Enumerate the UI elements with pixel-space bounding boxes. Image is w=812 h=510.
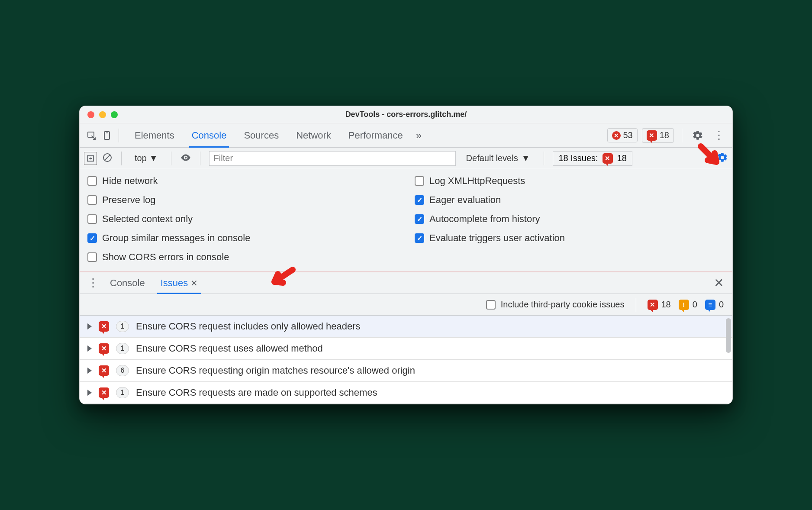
setting-show-cors[interactable]: Show CORS errors in console [87, 252, 397, 263]
divider [200, 152, 200, 165]
checkbox[interactable] [87, 252, 97, 262]
issue-icon: ✕ [99, 321, 109, 332]
issue-count-badge[interactable]: ✕ 18 [642, 128, 674, 143]
setting-hide-network[interactable]: Hide network [87, 175, 397, 187]
include-third-party-toggle[interactable]: Include third-party cookie issues [486, 300, 625, 310]
setting-preserve-log[interactable]: Preserve log [87, 194, 397, 206]
error-count: 53 [623, 130, 633, 140]
issue-count-pill: 1 [116, 343, 129, 354]
checkbox[interactable] [87, 176, 97, 186]
tab-label: Issues [161, 278, 188, 289]
warning-issues-count[interactable]: !0 [679, 300, 697, 310]
settings-gear-icon[interactable] [690, 128, 706, 143]
annotation-arrow-icon [697, 143, 722, 169]
tab-performance[interactable]: Performance [340, 123, 412, 148]
drawer-tabs: ⋮ Console Issues ✕ ✕ [80, 272, 732, 294]
log-levels-selector[interactable]: Default levels ▼ [461, 153, 535, 163]
count: 0 [693, 300, 697, 310]
info-issues-count[interactable]: ≡0 [705, 300, 724, 310]
issue-title: Ensure CORS requesting origin matches re… [136, 365, 415, 376]
tab-console[interactable]: Console [183, 123, 235, 148]
issue-icon: ✕ [647, 130, 657, 141]
divider [544, 152, 544, 165]
setting-group-similar[interactable]: ✓Group similar messages in console [87, 232, 397, 244]
disclosure-triangle-icon[interactable] [87, 345, 92, 352]
setting-label: Autocomplete from history [429, 213, 540, 225]
error-issues-count[interactable]: ✕18 [648, 300, 671, 310]
issue-row[interactable]: ✕ 6 Ensure CORS requesting origin matche… [80, 360, 732, 382]
issue-row[interactable]: ✕ 1 Ensure CORS requests are made on sup… [80, 382, 732, 404]
issues-summary[interactable]: 18 Issues: ✕ 18 [553, 151, 632, 166]
include-third-party-label: Include third-party cookie issues [501, 300, 625, 310]
error-icon: ✕ [612, 131, 621, 140]
annotation-arrow-icon [270, 266, 296, 290]
disclosure-triangle-icon[interactable] [87, 390, 92, 396]
issues-label: 18 Issues: [558, 153, 598, 163]
context-selector[interactable]: top ▼ [130, 152, 162, 165]
checkbox[interactable]: ✓ [415, 214, 424, 224]
issue-icon: ✕ [603, 153, 613, 164]
settings-right-column: Log XMLHttpRequests ✓Eager evaluation ✓A… [415, 175, 725, 263]
console-settings-panel: Hide network Preserve log Selected conte… [80, 169, 732, 272]
filter-input[interactable] [209, 151, 456, 166]
tab-network[interactable]: Network [287, 123, 340, 148]
setting-selected-context[interactable]: Selected context only [87, 213, 397, 225]
issues-count: 18 [617, 153, 627, 163]
count: 18 [661, 300, 671, 310]
count: 0 [719, 300, 724, 310]
checkbox[interactable]: ✓ [415, 233, 424, 243]
window-title: DevTools - cors-errors.glitch.me/ [80, 110, 732, 119]
issue-row[interactable]: ✕ 1 Ensure CORS request includes only al… [80, 316, 732, 338]
setting-label: Selected context only [102, 213, 193, 225]
setting-log-xhr[interactable]: Log XMLHttpRequests [415, 175, 725, 187]
warning-icon: ! [679, 300, 689, 310]
checkbox[interactable] [415, 176, 424, 186]
issue-count-pill: 1 [116, 321, 129, 332]
drawer-more-icon[interactable]: ⋮ [84, 276, 102, 290]
more-tabs-icon[interactable]: » [416, 129, 422, 142]
tab-sources[interactable]: Sources [235, 123, 287, 148]
setting-label: Preserve log [102, 194, 156, 206]
issue-title: Ensure CORS request includes only allowe… [136, 321, 361, 332]
close-drawer-icon[interactable]: ✕ [709, 276, 728, 290]
disclosure-triangle-icon[interactable] [87, 368, 92, 374]
chevron-down-icon: ▼ [149, 153, 158, 163]
setting-user-activation[interactable]: ✓Evaluate triggers user activation [415, 232, 725, 244]
disclosure-triangle-icon[interactable] [87, 323, 92, 329]
chevron-down-icon: ▼ [522, 153, 530, 163]
checkbox[interactable] [87, 195, 97, 205]
issues-list: ✕ 1 Ensure CORS request includes only al… [80, 316, 732, 404]
device-toggle-icon[interactable] [100, 128, 115, 143]
error-count-badge[interactable]: ✕ 53 [607, 128, 638, 142]
issue-icon: ✕ [99, 365, 109, 376]
show-console-sidebar-icon[interactable] [84, 152, 97, 165]
setting-label: Group similar messages in console [102, 232, 250, 244]
issue-row[interactable]: ✕ 1 Ensure CORS request uses allowed met… [80, 338, 732, 360]
setting-autocomplete-history[interactable]: ✓Autocomplete from history [415, 213, 725, 225]
issues-toolbar: Include third-party cookie issues ✕18 !0… [80, 294, 732, 316]
drawer-tab-issues[interactable]: Issues ✕ [153, 272, 206, 294]
checkbox[interactable]: ✓ [415, 195, 424, 205]
checkbox[interactable] [486, 300, 496, 310]
levels-label: Default levels [466, 153, 518, 163]
settings-left-column: Hide network Preserve log Selected conte… [87, 175, 397, 263]
divider [119, 129, 119, 142]
close-tab-icon[interactable]: ✕ [190, 278, 198, 288]
scrollbar[interactable] [726, 318, 731, 353]
setting-eager-eval[interactable]: ✓Eager evaluation [415, 194, 725, 206]
inspect-element-icon[interactable] [84, 128, 100, 143]
setting-label: Eager evaluation [429, 194, 501, 206]
more-options-icon[interactable]: ⋮ [710, 129, 728, 142]
checkbox[interactable] [87, 214, 97, 224]
main-toolbar: Elements Console Sources Network Perform… [80, 123, 732, 148]
live-expression-icon[interactable] [180, 152, 191, 165]
divider [171, 152, 171, 165]
tab-elements[interactable]: Elements [126, 123, 183, 148]
drawer-tab-console[interactable]: Console [102, 272, 153, 294]
clear-console-icon[interactable] [102, 152, 113, 165]
issue-icon: ✕ [99, 343, 109, 354]
console-toolbar: top ▼ Default levels ▼ 18 Issues: ✕ 18 [80, 148, 732, 169]
setting-label: Show CORS errors in console [102, 252, 229, 263]
checkbox[interactable]: ✓ [87, 233, 97, 243]
issue-count: 18 [660, 130, 669, 140]
